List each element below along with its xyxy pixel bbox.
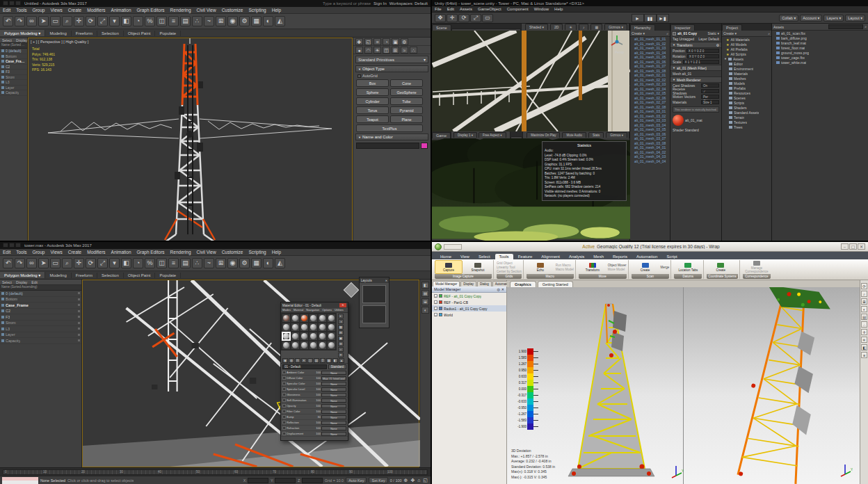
move-icon[interactable]: ✛ [74, 16, 84, 26]
search-icon[interactable]: ⌕ [768, 31, 770, 36]
hierarchy-item[interactable]: alt_01_mesh_01_07 [630, 64, 670, 69]
render-setup-icon[interactable]: ⚙ [239, 16, 250, 26]
map-button[interactable]: None [321, 382, 346, 386]
material-sample-slot[interactable] [282, 314, 291, 323]
foldout-icon[interactable]: ▼ [673, 43, 675, 47]
scale-icon[interactable]: ⤢ [97, 16, 108, 26]
utilities-tab-icon[interactable]: ⚙ [401, 38, 408, 45]
tab-hierarchy[interactable]: Hierarchy [630, 24, 655, 31]
material-sample-slot[interactable] [318, 314, 327, 323]
hierarchy-item[interactable]: alt_01_mesh_04_04 [630, 159, 670, 164]
viewport-splitter[interactable] [683, 287, 684, 484]
menu-item[interactable]: Rendering [168, 8, 194, 13]
tag-dropdown[interactable]: Tag Untagged [673, 37, 694, 41]
object-name-field[interactable] [356, 143, 419, 149]
viewport-layout-icon[interactable]: ◭ [275, 258, 285, 268]
map-checkbox[interactable] [282, 415, 286, 419]
close-icon[interactable]: ✕ [385, 279, 387, 282]
quick-access-toolbar[interactable] [444, 244, 462, 250]
scene-view-control[interactable]: ▦ [590, 24, 602, 30]
ribbon-tab[interactable]: Reports [609, 254, 632, 259]
tab-scene[interactable]: Scene [432, 24, 451, 31]
rotate-icon[interactable]: ⟳ [86, 16, 96, 26]
scene-view-control[interactable]: ♪ [579, 24, 589, 30]
ribbon-tab[interactable]: Tools [495, 254, 513, 259]
tab-project[interactable]: Project [722, 24, 742, 31]
quick-access-toolbar[interactable] [3, 1, 22, 6]
game-view-toggle[interactable]: Maximize On Play [527, 132, 560, 138]
explorer-item[interactable]: Case_Frame [0, 302, 81, 309]
undo-icon[interactable]: ↶ [3, 258, 13, 268]
rotate-icon[interactable]: ⟳ [86, 258, 96, 268]
settings-icon[interactable]: ≡ [861, 352, 867, 358]
material-sample-slot[interactable] [309, 332, 318, 341]
curve-editor-icon[interactable]: ~ [204, 16, 214, 26]
ribbon-tab[interactable]: Select [474, 254, 495, 259]
shader-dropdown[interactable]: Shader Standard [673, 128, 699, 132]
x-coordinate[interactable]: X: [243, 478, 268, 483]
signin-link[interactable]: Sign In [373, 1, 387, 6]
material-sample-slot[interactable] [300, 323, 309, 332]
maximize-button[interactable]: ▢ [849, 243, 857, 250]
angle-snap-icon[interactable]: ◔ [133, 16, 143, 26]
percent-snap-icon[interactable]: % [145, 258, 155, 268]
material-map-nav-icon[interactable]: ≡ [338, 353, 344, 357]
select-by-name-icon[interactable]: ⌕ [62, 16, 72, 26]
menu-item[interactable]: Group [29, 8, 47, 13]
perspective-viewport[interactable]: [ + ] [ Perspective ] [ High Quality ] T… [28, 38, 353, 241]
ribbon-tab[interactable]: Alignment [537, 254, 564, 259]
game-view-toggle[interactable]: Stats [588, 132, 604, 138]
explorer-item[interactable]: Bottom [0, 297, 81, 303]
panel-tab[interactable]: Display [460, 281, 476, 287]
gameobject-name[interactable]: alt_01 Copy [677, 31, 697, 35]
hierarchy-item[interactable]: alt_01_mesh_02_03 [630, 82, 670, 87]
echo-button[interactable]: Echo [527, 260, 554, 274]
favorites-item[interactable]: ★All Prefabs [722, 47, 771, 51]
material-sample-slot[interactable] [327, 314, 336, 323]
ribbon-tab[interactable]: Home [436, 254, 456, 259]
menu-item[interactable]: Graph Editors [134, 8, 168, 13]
game-view-toggle[interactable]: Mute Audio [562, 132, 586, 138]
time-slider[interactable]: 0102030405060708090100 [3, 469, 428, 475]
scale-tool-icon[interactable]: ⤢ [470, 14, 481, 22]
material-preview-sphere[interactable] [673, 115, 684, 126]
time-field[interactable]: 0 / 100 [390, 478, 402, 483]
material-sample-slot[interactable] [318, 332, 327, 341]
zoom-icon[interactable]: ⌕ [861, 291, 867, 297]
reference-coordinate-icon[interactable]: ▾ [109, 16, 120, 26]
material-editor-titlebar[interactable]: Material Editor - 01 - Default✕ [281, 302, 348, 308]
game-view-dropdown[interactable]: Display 1 ▾ [453, 132, 477, 138]
search-hint[interactable]: Type a keyword or phrase [323, 1, 371, 6]
hide-toggle[interactable] [78, 304, 80, 306]
tiling-icon[interactable]: ⊞ [338, 330, 344, 335]
menu-item[interactable]: Material [292, 308, 305, 312]
material-sample-slot[interactable] [300, 332, 309, 341]
menu-item[interactable]: Modifiers [84, 8, 108, 13]
project-folder[interactable]: Prefabs [722, 86, 771, 90]
close-icon[interactable]: ✕ [501, 287, 504, 291]
percent-snap-icon[interactable]: % [145, 16, 155, 26]
primitive-button[interactable]: GeoSphere [390, 88, 423, 96]
cameras-icon[interactable]: ◫ [383, 47, 390, 54]
hide-toggle[interactable] [78, 292, 80, 294]
viewport-tool-icon[interactable]: ◐ [421, 307, 429, 314]
transform-component[interactable]: Transform [677, 43, 693, 47]
material-sample-slot[interactable] [318, 341, 327, 350]
explorer-menu-item[interactable]: Select [0, 280, 14, 284]
hide-toggle[interactable] [78, 328, 80, 330]
map-button[interactable]: None [321, 410, 346, 414]
menu-item[interactable]: Tools [13, 8, 29, 13]
menu-item[interactable]: Help [269, 250, 284, 255]
select-link-icon[interactable]: ∞ [26, 16, 37, 26]
point-view-icon[interactable]: ∴ [861, 321, 867, 328]
map-checkbox[interactable] [282, 410, 286, 413]
merge-button[interactable]: Merge [661, 266, 670, 269]
map-button[interactable]: None [321, 393, 346, 397]
snap-toggle-icon[interactable]: ◧ [121, 258, 131, 268]
game-view-dropdown[interactable]: Free Aspect ▾ [479, 132, 506, 138]
rotation-fields[interactable]: X 0 Y 0 Z 0 [687, 54, 719, 58]
ribbon-tab[interactable]: Selection [97, 31, 124, 36]
primitive-button[interactable]: Cylinder [356, 97, 389, 105]
ribbon-tab[interactable]: Populate [155, 31, 181, 36]
foldout-icon[interactable]: ▼ [673, 78, 675, 81]
